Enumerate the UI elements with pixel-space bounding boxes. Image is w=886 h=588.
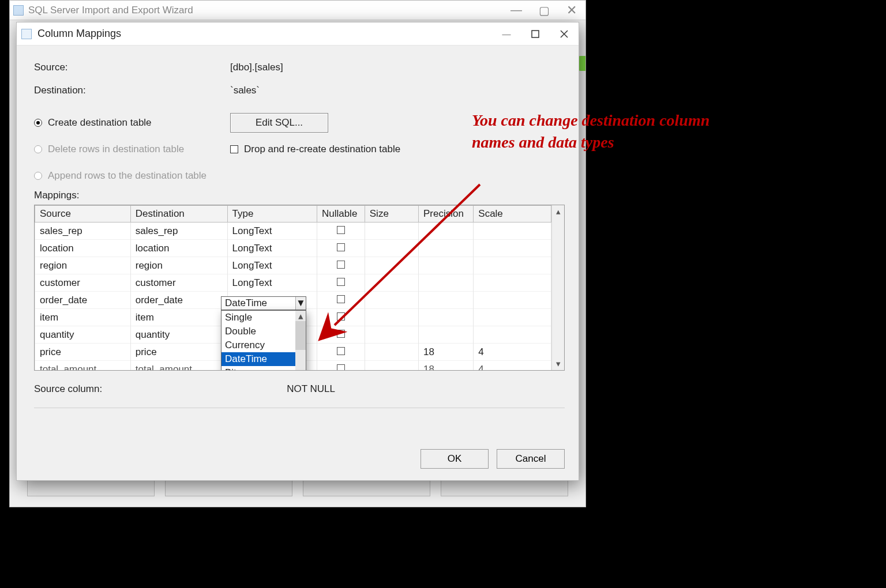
table-cell[interactable]: location — [130, 240, 227, 257]
wizard-close-button[interactable]: ✕ — [558, 1, 585, 20]
table-cell[interactable] — [474, 257, 551, 274]
table-cell[interactable]: LongText — [227, 274, 317, 292]
table-cell[interactable]: LongText — [227, 240, 317, 257]
table-cell[interactable]: price — [130, 344, 227, 361]
table-cell[interactable] — [419, 257, 474, 274]
table-cell[interactable] — [365, 240, 418, 257]
table-cell[interactable]: 4 — [474, 344, 551, 361]
ok-button[interactable]: OK — [421, 449, 489, 469]
scroll-up-icon[interactable]: ▴ — [552, 205, 564, 218]
table-cell[interactable] — [419, 309, 474, 326]
table-row[interactable]: regionregionLongText — [35, 257, 551, 274]
table-cell[interactable] — [317, 292, 365, 309]
column-header[interactable]: Source — [35, 206, 131, 223]
table-cell[interactable] — [419, 292, 474, 309]
type-dropdown-cell[interactable]: DateTime ▼ — [221, 296, 306, 310]
table-cell[interactable] — [317, 326, 365, 344]
table-cell[interactable]: total_amount — [130, 361, 227, 371]
table-cell[interactable] — [474, 326, 551, 344]
dialog-close-button[interactable] — [550, 22, 579, 45]
table-cell[interactable]: LongText — [227, 223, 317, 240]
dropdown-option[interactable]: Double — [222, 325, 295, 338]
type-dropdown-list[interactable]: SingleDoubleCurrencyDateTimeBitByteGUIDB… — [221, 310, 306, 370]
table-cell[interactable] — [365, 344, 418, 361]
nullable-checkbox[interactable] — [337, 243, 345, 251]
checkbox-drop-recreate[interactable]: Drop and re-create destination table — [230, 144, 400, 155]
table-row[interactable]: customercustomerLongText — [35, 274, 551, 292]
table-cell[interactable]: order_date — [130, 292, 227, 309]
table-cell[interactable] — [317, 274, 365, 292]
column-header[interactable]: Type — [227, 206, 317, 223]
wizard-titlebar[interactable]: SQL Server Import and Export Wizard — ▢ … — [10, 1, 585, 20]
nullable-checkbox[interactable] — [337, 226, 345, 234]
dropdown-option[interactable]: Currency — [222, 338, 295, 352]
table-cell[interactable] — [419, 240, 474, 257]
dialog-minimize-button[interactable]: — — [492, 22, 521, 45]
grid-scrollbar[interactable]: ▴ ▾ — [551, 205, 564, 370]
column-header[interactable]: Destination — [130, 206, 227, 223]
table-cell[interactable] — [474, 223, 551, 240]
column-header[interactable]: Precision — [419, 206, 474, 223]
table-row[interactable]: sales_repsales_repLongText — [35, 223, 551, 240]
table-cell[interactable]: sales_rep — [35, 223, 131, 240]
table-cell[interactable] — [474, 309, 551, 326]
radio-create-destination-table[interactable]: Create destination table — [34, 117, 230, 129]
table-cell[interactable] — [474, 274, 551, 292]
table-cell[interactable] — [419, 274, 474, 292]
table-cell[interactable]: order_date — [35, 292, 131, 309]
table-cell[interactable] — [365, 292, 418, 309]
dialog-maximize-button[interactable] — [521, 22, 550, 45]
table-cell[interactable]: 18 — [419, 361, 474, 371]
table-cell[interactable]: price — [35, 344, 131, 361]
table-cell[interactable] — [365, 257, 418, 274]
table-cell[interactable]: item — [35, 309, 131, 326]
table-cell[interactable]: item — [130, 309, 227, 326]
dropdown-scrollbar[interactable]: ▴ ▾ — [295, 311, 306, 370]
table-cell[interactable]: quantity — [130, 326, 227, 344]
nullable-checkbox[interactable] — [337, 312, 345, 321]
table-cell[interactable] — [317, 240, 365, 257]
table-cell[interactable]: region — [130, 257, 227, 274]
wizard-minimize-button[interactable]: — — [502, 1, 530, 20]
table-row[interactable]: locationlocationLongText — [35, 240, 551, 257]
table-cell[interactable] — [365, 326, 418, 344]
dropdown-option[interactable]: Single — [222, 311, 295, 325]
chevron-down-icon[interactable]: ▼ — [295, 297, 306, 310]
column-header[interactable]: Nullable — [317, 206, 365, 223]
table-cell[interactable]: location — [35, 240, 131, 257]
table-cell[interactable]: customer — [130, 274, 227, 292]
table-cell[interactable]: customer — [35, 274, 131, 292]
scroll-thumb[interactable] — [295, 321, 306, 350]
table-cell[interactable]: region — [35, 257, 131, 274]
table-cell[interactable] — [317, 223, 365, 240]
table-cell[interactable] — [365, 223, 418, 240]
table-cell[interactable]: quantity — [35, 326, 131, 344]
nullable-checkbox[interactable] — [337, 364, 345, 371]
dialog-titlebar[interactable]: Column Mappings — — [17, 22, 579, 46]
nullable-checkbox[interactable] — [337, 347, 345, 355]
table-cell[interactable]: LongText — [227, 257, 317, 274]
dropdown-option[interactable]: DateTime — [222, 352, 295, 366]
table-cell[interactable] — [419, 326, 474, 344]
scroll-down-icon[interactable]: ▾ — [552, 357, 564, 370]
table-cell[interactable] — [365, 361, 418, 371]
scroll-up-icon[interactable]: ▴ — [295, 311, 306, 321]
dropdown-option[interactable]: Bit — [222, 366, 295, 370]
table-cell[interactable]: sales_rep — [130, 223, 227, 240]
table-cell[interactable] — [365, 274, 418, 292]
table-cell[interactable] — [474, 292, 551, 309]
cancel-button[interactable]: Cancel — [497, 449, 565, 469]
table-cell[interactable] — [317, 309, 365, 326]
column-header[interactable]: Scale — [474, 206, 551, 223]
table-cell[interactable] — [317, 361, 365, 371]
table-cell[interactable] — [317, 257, 365, 274]
table-cell[interactable]: 18 — [419, 344, 474, 361]
mappings-grid[interactable]: SourceDestinationTypeNullableSizePrecisi… — [34, 205, 565, 371]
table-cell[interactable] — [419, 223, 474, 240]
table-cell[interactable] — [317, 344, 365, 361]
column-header[interactable]: Size — [365, 206, 418, 223]
nullable-checkbox[interactable] — [337, 330, 345, 338]
nullable-checkbox[interactable] — [337, 278, 345, 286]
wizard-maximize-button[interactable]: ▢ — [530, 1, 558, 20]
table-cell[interactable] — [365, 309, 418, 326]
